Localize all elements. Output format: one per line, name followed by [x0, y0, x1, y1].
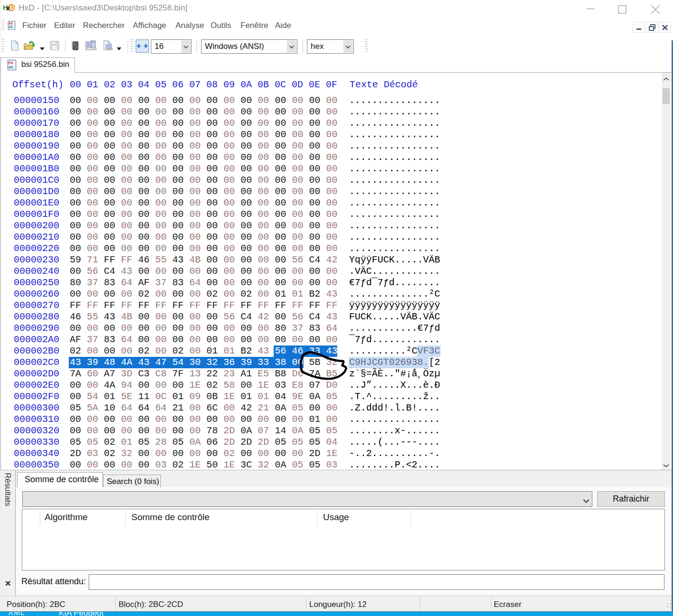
svg-text:AO: AO [9, 65, 13, 69]
svg-text:FD: FD [9, 61, 13, 65]
svg-text:D: D [9, 4, 14, 11]
svg-text:x: x [6, 4, 10, 12]
